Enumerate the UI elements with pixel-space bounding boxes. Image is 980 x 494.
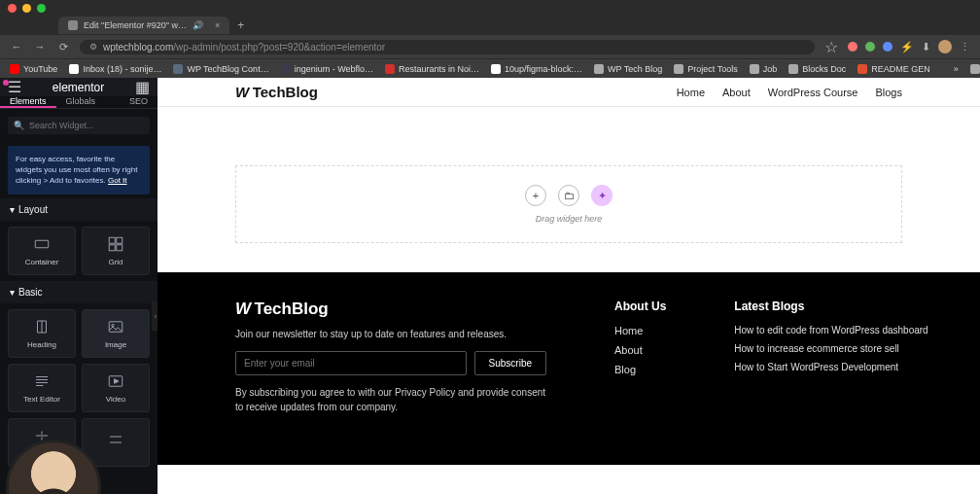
footer-blog-link[interactable]: How to edit code from WordPress dashboar… bbox=[734, 325, 928, 335]
site-logo[interactable]: W TechBlog bbox=[235, 84, 318, 100]
site-footer: WTechBlog Join our newsletter to stay up… bbox=[158, 272, 980, 465]
search-icon: 🔍 bbox=[14, 121, 24, 130]
svg-rect-2 bbox=[117, 237, 122, 243]
favorites-tip: For easy access, favorite the widgets yo… bbox=[8, 146, 150, 194]
bookmarks-overflow-icon[interactable]: » bbox=[954, 64, 959, 74]
footer-logo: WTechBlog bbox=[235, 300, 546, 319]
template-library-button[interactable]: 🗀 bbox=[558, 185, 579, 206]
widget-dropzone[interactable]: + 🗀 ✦ Drag widget here bbox=[235, 165, 902, 243]
bookmark-item[interactable]: README GEN bbox=[858, 64, 930, 74]
section-basic[interactable]: ▾Basic bbox=[0, 281, 158, 303]
favicon-icon bbox=[68, 20, 78, 30]
apps-icon[interactable]: ▦ bbox=[135, 78, 150, 96]
nav-blogs[interactable]: Blogs bbox=[875, 87, 902, 98]
add-section-button[interactable]: + bbox=[525, 185, 546, 206]
widget-text-editor[interactable]: Text Editor bbox=[8, 364, 76, 412]
svg-rect-4 bbox=[117, 244, 122, 250]
tab-seo[interactable]: SEO bbox=[120, 96, 158, 108]
section-layout[interactable]: ▾Layout bbox=[0, 198, 158, 221]
extension-icon[interactable] bbox=[848, 42, 858, 52]
footer-link-about[interactable]: About bbox=[614, 344, 666, 356]
svg-rect-3 bbox=[109, 244, 115, 250]
extensions-menu-icon[interactable]: ⚡ bbox=[900, 41, 914, 53]
got-it-link[interactable]: Got It bbox=[108, 176, 127, 185]
panel-tabs: Elements Globals SEO bbox=[0, 96, 158, 109]
chevron-down-icon: ▾ bbox=[10, 287, 15, 298]
kebab-menu-icon[interactable]: ⋮ bbox=[960, 41, 970, 53]
extension-icon[interactable] bbox=[883, 42, 892, 52]
bookmarks-bar: YouTube Inbox (18) - sonije… WP TechBlog… bbox=[0, 58, 980, 78]
forward-button[interactable]: → bbox=[33, 41, 47, 53]
bookmark-star-icon[interactable]: ☆ bbox=[824, 38, 838, 56]
bookmark-folder[interactable]: Blocks Doc bbox=[788, 64, 846, 74]
elementor-panel: ☰ elementor ▦ Elements Globals SEO 🔍 For… bbox=[0, 78, 158, 494]
browser-tabstrip: Edit "Elementor #920" w… 🔊 × + bbox=[0, 16, 980, 35]
footer-link-blog[interactable]: Blog bbox=[614, 364, 666, 375]
tab-close-icon[interactable]: × bbox=[215, 20, 220, 30]
url-host: wptechblog.com/wp-admin/post.php?post=92… bbox=[103, 42, 385, 53]
widget-image[interactable]: Image bbox=[82, 309, 150, 358]
site-settings-icon[interactable]: ⚙ bbox=[89, 42, 97, 52]
footer-blog-link[interactable]: How to Start WordPress Development bbox=[734, 362, 928, 372]
browser-tab[interactable]: Edit "Elementor #920" w… 🔊 × bbox=[58, 17, 229, 34]
notification-dot-icon bbox=[3, 80, 9, 86]
ai-button[interactable]: ✦ bbox=[591, 185, 612, 206]
minimize-window-icon[interactable] bbox=[22, 4, 31, 13]
bookmark-item[interactable]: Restaurants in Noi… bbox=[385, 64, 479, 74]
footer-blogs-title: Latest Blogs bbox=[734, 300, 928, 313]
bookmark-item[interactable]: Inbox (18) - sonije… bbox=[69, 64, 161, 74]
maximize-window-icon[interactable] bbox=[37, 4, 46, 13]
search-input[interactable] bbox=[29, 121, 144, 130]
bookmark-folder[interactable]: Job bbox=[750, 64, 778, 74]
hamburger-icon[interactable]: ☰ bbox=[8, 78, 21, 96]
editor-canvas: W TechBlog Home About WordPress Course B… bbox=[158, 78, 980, 494]
primary-nav: Home About WordPress Course Blogs bbox=[677, 87, 902, 98]
tab-elements[interactable]: Elements bbox=[0, 96, 56, 108]
chevron-down-icon: ▾ bbox=[10, 204, 15, 215]
window-titlebar bbox=[0, 0, 980, 16]
bookmark-item[interactable]: WP TechBlog Cont… bbox=[173, 64, 268, 74]
nav-home[interactable]: Home bbox=[677, 87, 705, 98]
nav-wordpress-course[interactable]: WordPress Course bbox=[768, 87, 858, 98]
footer-blog-link[interactable]: How to increase ecommerce store sell bbox=[734, 343, 928, 354]
elementor-logo: elementor bbox=[52, 81, 104, 94]
close-window-icon[interactable] bbox=[8, 4, 17, 13]
bookmark-folder[interactable]: Project Tools bbox=[674, 64, 737, 74]
all-bookmarks-button[interactable]: All Bookmarks bbox=[970, 64, 980, 74]
svg-point-6 bbox=[112, 324, 114, 326]
svg-rect-0 bbox=[35, 240, 49, 248]
newsletter-email-input[interactable] bbox=[235, 351, 467, 375]
download-icon[interactable]: ⬇ bbox=[922, 41, 930, 53]
footer-link-home[interactable]: Home bbox=[614, 325, 666, 336]
widget-heading[interactable]: Heading bbox=[8, 309, 76, 358]
nav-about[interactable]: About bbox=[722, 87, 751, 98]
newsletter-text: Join our newsletter to stay up to date o… bbox=[235, 329, 546, 339]
newsletter-fineprint: By subscribing you agree to with our Pri… bbox=[235, 385, 546, 414]
address-bar[interactable]: ⚙ wptechblog.com/wp-admin/post.php?post=… bbox=[80, 40, 815, 54]
new-tab-button[interactable]: + bbox=[237, 18, 244, 32]
back-button[interactable]: ← bbox=[10, 41, 23, 53]
subscribe-button[interactable]: Subscribe bbox=[474, 351, 546, 375]
panel-header: ☰ elementor ▦ bbox=[0, 78, 158, 96]
bookmark-item[interactable]: ingenium - Webflo… bbox=[281, 64, 373, 74]
browser-toolbar: ← → ⟳ ⚙ wptechblog.com/wp-admin/post.php… bbox=[0, 35, 980, 58]
footer-about-title: About Us bbox=[614, 300, 666, 313]
widget-grid[interactable]: Grid bbox=[82, 227, 150, 275]
tab-title: Edit "Elementor #920" w… bbox=[84, 20, 187, 30]
tab-audio-icon[interactable]: 🔊 bbox=[192, 20, 203, 30]
widget-search[interactable]: 🔍 bbox=[8, 117, 150, 134]
toolbar-right: ⚡ ⬇ ⋮ bbox=[848, 40, 970, 53]
widget-container[interactable]: Container bbox=[8, 227, 76, 275]
svg-rect-1 bbox=[109, 237, 115, 243]
extension-icon[interactable] bbox=[865, 42, 875, 52]
dropzone-hint: Drag widget here bbox=[536, 214, 603, 224]
profile-avatar-icon[interactable] bbox=[938, 40, 952, 53]
widget-video[interactable]: Video bbox=[82, 364, 150, 412]
bookmark-folder[interactable]: WP Tech Blog bbox=[594, 64, 662, 74]
site-header: W TechBlog Home About WordPress Course B… bbox=[158, 78, 980, 107]
reload-button[interactable]: ⟳ bbox=[56, 41, 70, 53]
bookmark-item[interactable]: YouTube bbox=[10, 64, 57, 74]
tab-globals[interactable]: Globals bbox=[56, 96, 106, 108]
bookmark-item[interactable]: 10up/figma-block:… bbox=[491, 64, 582, 74]
